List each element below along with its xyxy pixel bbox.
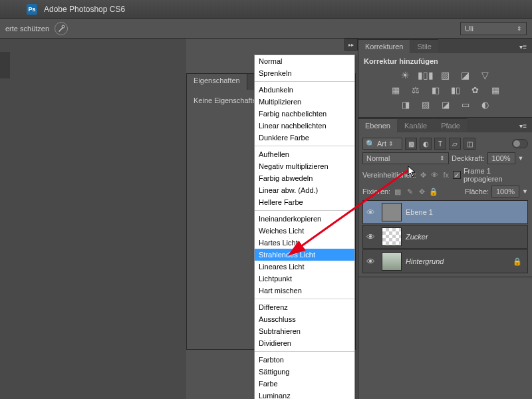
- blend-mode-option[interactable]: Hart mischen: [255, 285, 354, 297]
- filter-type-icon[interactable]: T: [434, 138, 446, 150]
- curves-icon[interactable]: ▨: [439, 69, 452, 81]
- invert-icon[interactable]: ◨: [399, 98, 412, 110]
- panel-menu-icon[interactable]: ▾≡: [514, 120, 532, 132]
- filter-smart-icon[interactable]: ◫: [464, 138, 475, 150]
- protect-tones-label: erte schützen: [5, 25, 49, 33]
- layer-thumbnail[interactable]: [382, 227, 402, 246]
- blend-mode-option[interactable]: Farbig abwedeln: [255, 172, 354, 184]
- fill-label: Fläche:: [465, 188, 489, 196]
- balance-icon[interactable]: ⚖: [409, 84, 422, 96]
- workspace-dropdown[interactable]: Uli ⇕: [460, 22, 527, 35]
- blend-mode-option[interactable]: Sättigung: [255, 366, 354, 378]
- blend-mode-option[interactable]: Hartes Licht: [255, 237, 354, 249]
- fill-input[interactable]: 100%: [491, 186, 519, 198]
- filter-adjust-icon[interactable]: ◐: [420, 138, 432, 150]
- bw-icon[interactable]: ◧: [429, 84, 442, 96]
- blend-mode-option[interactable]: Differenz: [255, 301, 354, 313]
- blend-mode-option[interactable]: Aufhellen: [255, 148, 354, 160]
- tab-properties[interactable]: Eigenschaften: [187, 74, 247, 90]
- blend-mode-option[interactable]: Strahlendes Licht: [255, 249, 354, 261]
- tab-channels[interactable]: Kanäle: [398, 118, 434, 132]
- panel-menu-icon[interactable]: ▾≡: [514, 41, 532, 53]
- layer-name[interactable]: Zucker: [406, 233, 428, 241]
- blend-mode-option[interactable]: Linear abw. (Add.): [255, 184, 354, 196]
- layer-name[interactable]: Hintergrund: [406, 257, 444, 265]
- levels-icon[interactable]: ▮▯▮: [419, 69, 432, 81]
- updown-icon: ⇕: [440, 155, 445, 162]
- tab-stile[interactable]: Stile: [410, 39, 438, 53]
- blend-mode-option[interactable]: Weiches Licht: [255, 225, 354, 237]
- layer-thumbnail[interactable]: [382, 203, 402, 221]
- propagate-checkbox[interactable]: ✓: [453, 171, 460, 179]
- svg-point-0: [62, 25, 65, 28]
- canvas-edge: [0, 52, 10, 78]
- posterize-icon[interactable]: ▨: [419, 98, 432, 110]
- blend-mode-select[interactable]: Normal ⇕: [362, 152, 449, 164]
- blend-mode-option[interactable]: Ausschluss: [255, 313, 354, 325]
- visibility-icon[interactable]: 👁: [363, 232, 378, 242]
- blend-mode-option[interactable]: Normal: [255, 55, 354, 67]
- gradientmap-icon[interactable]: ▭: [459, 98, 472, 110]
- mixer-icon[interactable]: ✿: [469, 84, 482, 96]
- chevron-down-icon[interactable]: ▼: [518, 155, 524, 162]
- separator: [255, 299, 354, 299]
- tab-korrekturen[interactable]: Korrekturen: [358, 39, 410, 53]
- filter-shape-icon[interactable]: ▱: [449, 138, 461, 150]
- blend-mode-option[interactable]: Linear nachbelichten: [255, 120, 354, 132]
- separator: [255, 146, 354, 146]
- layer-row[interactable]: 👁 Hintergrund 🔒: [362, 249, 528, 273]
- tab-layers[interactable]: Ebenen: [358, 118, 397, 132]
- blend-mode-option[interactable]: Abdunkeln: [255, 84, 354, 96]
- tab-paths[interactable]: Pfade: [434, 118, 467, 132]
- brightness-icon[interactable]: ☀: [399, 69, 412, 81]
- tool-preset-icon[interactable]: [55, 22, 68, 35]
- layer-thumbnail[interactable]: [382, 252, 402, 271]
- unify-visibility-icon[interactable]: 👁: [430, 170, 439, 180]
- threshold-icon[interactable]: ◪: [439, 98, 452, 110]
- blend-mode-option[interactable]: Farbig nachbelichten: [255, 108, 354, 120]
- visibility-icon[interactable]: 👁: [363, 257, 378, 267]
- lock-position-icon[interactable]: ✥: [417, 187, 426, 196]
- blend-mode-option[interactable]: Multiplizieren: [255, 96, 354, 108]
- layer-name[interactable]: Ebene 1: [406, 208, 433, 216]
- blend-mode-option[interactable]: Luminanz: [255, 390, 354, 399]
- blend-mode-option[interactable]: Sprenkeln: [255, 67, 354, 79]
- workspace-label: Uli: [465, 25, 473, 33]
- lock-transparent-icon[interactable]: ▩: [393, 187, 402, 196]
- selective-icon[interactable]: ◐: [479, 98, 492, 110]
- blend-mode-option[interactable]: Dividieren: [255, 337, 354, 349]
- visibility-icon[interactable]: 👁: [363, 207, 378, 217]
- search-icon: 🔍: [366, 140, 375, 148]
- canvas-area: [0, 39, 186, 399]
- photofilter-icon[interactable]: ▮▯: [449, 84, 462, 96]
- unify-label: Vereinheitlichen:: [362, 171, 416, 179]
- unify-style-icon[interactable]: fx: [442, 170, 450, 180]
- filter-pixel-icon[interactable]: ▩: [405, 138, 417, 150]
- lookup-icon[interactable]: ▦: [489, 84, 502, 96]
- layer-filter-type[interactable]: 🔍 Art ⇕: [362, 138, 402, 150]
- lock-all-icon[interactable]: 🔒: [429, 187, 438, 196]
- lock-pixels-icon[interactable]: ✎: [405, 187, 414, 196]
- unify-position-icon[interactable]: ✥: [419, 170, 428, 180]
- opacity-input[interactable]: 100%: [487, 152, 515, 164]
- blend-mode-option[interactable]: Hellere Farbe: [255, 196, 354, 208]
- app-title: Adobe Photoshop CS6: [44, 5, 125, 14]
- blend-mode-option[interactable]: Dunklere Farbe: [255, 132, 354, 144]
- blend-mode-dropdown[interactable]: NormalSprenkeln AbdunkelnMultiplizierenF…: [254, 55, 355, 399]
- blend-mode-option[interactable]: Negativ multiplizieren: [255, 160, 354, 172]
- chevron-down-icon[interactable]: ▼: [522, 188, 528, 195]
- collapsed-panel-icon[interactable]: ▸▸: [344, 39, 358, 51]
- vibrance-icon[interactable]: ▽: [479, 69, 492, 81]
- blend-mode-option[interactable]: Lichtpunkt: [255, 273, 354, 285]
- layer-row[interactable]: 👁 Ebene 1: [362, 200, 528, 224]
- blend-mode-option[interactable]: Lineares Licht: [255, 261, 354, 273]
- separator: [255, 81, 354, 82]
- blend-mode-option[interactable]: Farbe: [255, 378, 354, 390]
- blend-mode-option[interactable]: Subtrahieren: [255, 325, 354, 337]
- blend-mode-option[interactable]: Farbton: [255, 354, 354, 366]
- blend-mode-option[interactable]: Ineinanderkopieren: [255, 213, 354, 225]
- layer-row[interactable]: 👁 Zucker: [362, 225, 528, 249]
- hue-icon[interactable]: ▦: [389, 84, 402, 96]
- filter-toggle[interactable]: [512, 139, 528, 148]
- exposure-icon[interactable]: ◪: [459, 69, 472, 81]
